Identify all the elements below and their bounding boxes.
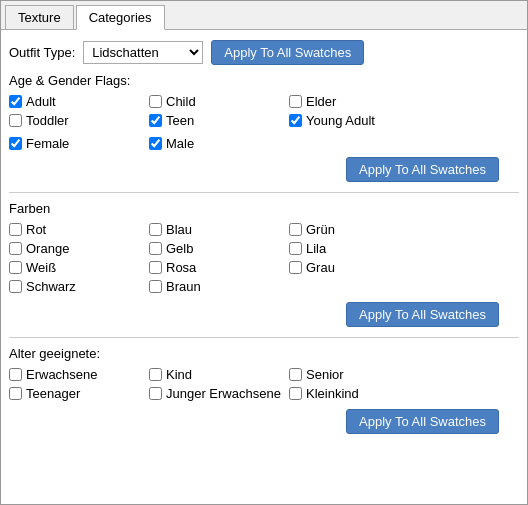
checkbox-senior-input[interactable]	[289, 368, 302, 381]
checkbox-male-input[interactable]	[149, 137, 162, 150]
apply-farben-row: Apply To All Swatches	[9, 302, 519, 327]
apply-outfit-button[interactable]: Apply To All Swatches	[211, 40, 364, 65]
checkbox-rosa-input[interactable]	[149, 261, 162, 274]
checkbox-weiss-label: Weiß	[26, 260, 56, 275]
checkbox-braun: Braun	[149, 279, 289, 294]
checkbox-kleinkind-input[interactable]	[289, 387, 302, 400]
checkbox-gruen: Grün	[289, 222, 449, 237]
checkbox-junger-erwachsene-input[interactable]	[149, 387, 162, 400]
checkbox-senior: Senior	[289, 367, 449, 382]
checkbox-child-input[interactable]	[149, 95, 162, 108]
checkbox-teenager: Teenager	[9, 386, 149, 401]
alter-section: Alter geeignete: Erwachsene Kind Senior	[9, 346, 519, 401]
checkbox-child: Child	[149, 94, 289, 109]
apply-alter-row: Apply To All Swatches	[9, 409, 519, 434]
checkbox-elder-input[interactable]	[289, 95, 302, 108]
checkbox-child-label: Child	[166, 94, 196, 109]
checkbox-lila: Lila	[289, 241, 449, 256]
checkbox-female-input[interactable]	[9, 137, 22, 150]
checkbox-erwachsene-label: Erwachsene	[26, 367, 98, 382]
checkbox-kleinkind-label: Kleinkind	[306, 386, 359, 401]
checkbox-male: Male	[149, 136, 289, 151]
checkbox-orange: Orange	[9, 241, 149, 256]
checkbox-braun-input[interactable]	[149, 280, 162, 293]
checkbox-female: Female	[9, 136, 149, 151]
checkbox-toddler: Toddler	[9, 113, 149, 128]
checkbox-teen: Teen	[149, 113, 289, 128]
divider-1	[9, 192, 519, 193]
checkbox-schwarz-label: Schwarz	[26, 279, 76, 294]
checkbox-gelb: Gelb	[149, 241, 289, 256]
age-gender-section: Age & Gender Flags: Adult Child Elder	[9, 73, 519, 151]
farben-grid: Rot Blau Grün Orange	[9, 222, 519, 294]
checkbox-teen-input[interactable]	[149, 114, 162, 127]
checkbox-weiss-input[interactable]	[9, 261, 22, 274]
checkbox-blau-label: Blau	[166, 222, 192, 237]
checkbox-elder: Elder	[289, 94, 449, 109]
checkbox-grau-label: Grau	[306, 260, 335, 275]
tab-texture[interactable]: Texture	[5, 5, 74, 29]
content-area: Outfit Type: Lidschatten Top Bottom Shoe…	[1, 30, 527, 504]
apply-age-gender-button[interactable]: Apply To All Swatches	[346, 157, 499, 182]
checkbox-female-label: Female	[26, 136, 69, 151]
checkbox-junger-erwachsene: Junger Erwachsene	[149, 386, 289, 401]
checkbox-rosa-label: Rosa	[166, 260, 196, 275]
farben-title: Farben	[9, 201, 519, 216]
checkbox-toddler-input[interactable]	[9, 114, 22, 127]
checkbox-kind-input[interactable]	[149, 368, 162, 381]
checkbox-rot-input[interactable]	[9, 223, 22, 236]
checkbox-toddler-label: Toddler	[26, 113, 69, 128]
age-gender-title: Age & Gender Flags:	[9, 73, 519, 88]
checkbox-teenager-input[interactable]	[9, 387, 22, 400]
checkbox-blau-input[interactable]	[149, 223, 162, 236]
checkbox-young-adult-label: Young Adult	[306, 113, 375, 128]
checkbox-young-adult: Young Adult	[289, 113, 449, 128]
checkbox-orange-input[interactable]	[9, 242, 22, 255]
checkbox-orange-label: Orange	[26, 241, 69, 256]
checkbox-junger-erwachsene-label: Junger Erwachsene	[166, 386, 281, 401]
checkbox-adult-label: Adult	[26, 94, 56, 109]
checkbox-teenager-label: Teenager	[26, 386, 80, 401]
checkbox-gruen-input[interactable]	[289, 223, 302, 236]
checkbox-schwarz: Schwarz	[9, 279, 149, 294]
checkbox-young-adult-input[interactable]	[289, 114, 302, 127]
checkbox-erwachsene: Erwachsene	[9, 367, 149, 382]
checkbox-gruen-label: Grün	[306, 222, 335, 237]
checkbox-senior-label: Senior	[306, 367, 344, 382]
gender-grid: Female Male	[9, 136, 519, 151]
outfit-type-select[interactable]: Lidschatten Top Bottom Shoes	[83, 41, 203, 64]
checkbox-braun-label: Braun	[166, 279, 201, 294]
checkbox-schwarz-input[interactable]	[9, 280, 22, 293]
checkbox-kind: Kind	[149, 367, 289, 382]
checkbox-kind-label: Kind	[166, 367, 192, 382]
checkbox-gelb-input[interactable]	[149, 242, 162, 255]
checkbox-rot: Rot	[9, 222, 149, 237]
checkbox-rot-label: Rot	[26, 222, 46, 237]
checkbox-gelb-label: Gelb	[166, 241, 193, 256]
checkbox-adult: Adult	[9, 94, 149, 109]
alter-grid: Erwachsene Kind Senior Teenager	[9, 367, 519, 401]
main-area: Outfit Type: Lidschatten Top Bottom Shoe…	[1, 30, 527, 504]
main-window: Texture Categories Outfit Type: Lidschat…	[0, 0, 528, 505]
tab-categories[interactable]: Categories	[76, 5, 165, 30]
checkbox-elder-label: Elder	[306, 94, 336, 109]
checkbox-rosa: Rosa	[149, 260, 289, 275]
checkbox-teen-label: Teen	[166, 113, 194, 128]
apply-age-gender-row: Apply To All Swatches	[9, 157, 519, 182]
alter-title: Alter geeignete:	[9, 346, 519, 361]
farben-section: Farben Rot Blau Grün	[9, 201, 519, 294]
checkbox-male-label: Male	[166, 136, 194, 151]
checkbox-grau: Grau	[289, 260, 449, 275]
apply-farben-button[interactable]: Apply To All Swatches	[346, 302, 499, 327]
checkbox-lila-input[interactable]	[289, 242, 302, 255]
outfit-type-label: Outfit Type:	[9, 45, 75, 60]
apply-alter-button[interactable]: Apply To All Swatches	[346, 409, 499, 434]
tab-bar: Texture Categories	[1, 1, 527, 30]
checkbox-erwachsene-input[interactable]	[9, 368, 22, 381]
checkbox-grau-input[interactable]	[289, 261, 302, 274]
outfit-type-row: Outfit Type: Lidschatten Top Bottom Shoe…	[9, 40, 519, 65]
checkbox-lila-label: Lila	[306, 241, 326, 256]
checkbox-adult-input[interactable]	[9, 95, 22, 108]
divider-2	[9, 337, 519, 338]
checkbox-blau: Blau	[149, 222, 289, 237]
